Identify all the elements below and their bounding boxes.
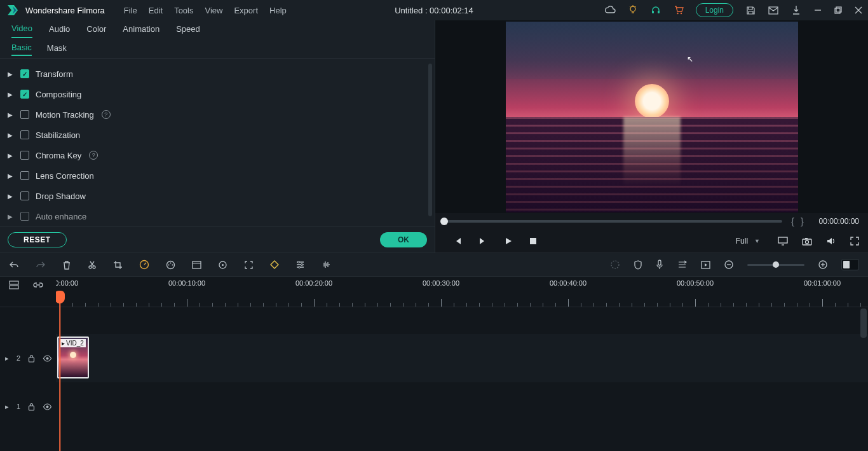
checkbox-chroma-key[interactable] — [20, 151, 29, 160]
checkbox-compositing[interactable]: ✓ — [20, 90, 29, 99]
help-icon[interactable]: ? — [102, 110, 111, 119]
track-headers: ▸2 ▸1 — [0, 277, 56, 451]
save-icon[interactable] — [745, 4, 756, 16]
checkbox-lens-correction[interactable] — [20, 171, 29, 180]
stop-icon[interactable] — [529, 237, 537, 246]
menu-edit[interactable]: Edit — [149, 6, 163, 15]
window-maximize[interactable] — [834, 6, 843, 15]
lock-icon[interactable] — [28, 354, 35, 363]
keyframe-icon[interactable] — [270, 260, 279, 269]
redo-icon[interactable] — [36, 260, 46, 269]
disclosure-icon[interactable]: ▶ — [8, 71, 14, 78]
zoom-slider[interactable] — [747, 264, 804, 266]
step-forward-icon[interactable] — [478, 237, 487, 246]
disclosure-icon[interactable]: ▶ — [8, 213, 14, 220]
checkbox-auto-enhance[interactable] — [20, 212, 29, 221]
tab-animation[interactable]: Animation — [123, 24, 159, 38]
video-track-1[interactable] — [56, 382, 868, 431]
menu-file[interactable]: File — [124, 6, 137, 15]
download-icon[interactable] — [790, 4, 802, 16]
checkbox-stabilization[interactable] — [20, 130, 29, 139]
quality-dropdown[interactable]: Full▼ — [732, 235, 764, 247]
detect-icon[interactable] — [244, 260, 254, 270]
window-minimize[interactable] — [813, 6, 822, 15]
adjust-icon[interactable] — [295, 260, 305, 269]
mix-icon[interactable] — [610, 260, 620, 270]
cart-icon[interactable] — [673, 4, 684, 16]
marker-icon[interactable] — [634, 260, 642, 270]
color-icon[interactable] — [166, 260, 175, 270]
login-button[interactable]: Login — [696, 3, 733, 17]
tracks-area[interactable]: 00:00:00:0000:00:10:0000:00:20:0000:00:3… — [56, 277, 868, 451]
audio-wave-icon[interactable] — [322, 260, 332, 269]
checkbox-motion-tracking[interactable] — [20, 110, 29, 119]
step-back-icon[interactable] — [453, 237, 462, 246]
tab-speed[interactable]: Speed — [176, 24, 200, 38]
timeline-scrollbar[interactable] — [860, 309, 867, 338]
disclosure-icon[interactable]: ▶ — [8, 172, 14, 179]
tab-color[interactable]: Color — [86, 24, 106, 38]
zoom-in-icon[interactable] — [818, 260, 827, 269]
scrub-handle[interactable] — [440, 218, 448, 225]
menu-help[interactable]: Help — [269, 6, 287, 15]
subtab-basic[interactable]: Basic — [11, 43, 32, 56]
video-track-2[interactable]: ▸VID_2 — [56, 334, 868, 382]
time-ruler[interactable]: 00:00:00:0000:00:10:0000:00:20:0000:00:3… — [56, 277, 868, 307]
tab-audio[interactable]: Audio — [49, 24, 70, 38]
menu-tools[interactable]: Tools — [174, 6, 193, 15]
playhead[interactable] — [56, 291, 65, 303]
display-icon[interactable] — [778, 237, 788, 246]
timeline-view-toggle[interactable] — [841, 259, 859, 270]
svg-rect-8 — [658, 11, 660, 13]
disclosure-icon[interactable]: ▶ — [8, 111, 14, 118]
checkbox-transform[interactable]: ✓ — [20, 69, 29, 78]
lock-icon[interactable] — [28, 403, 35, 411]
crop-icon[interactable] — [113, 260, 123, 270]
visibility-icon[interactable] — [43, 355, 52, 362]
menu-export[interactable]: Export — [234, 6, 258, 15]
play-icon[interactable] — [504, 237, 513, 246]
disclosure-icon[interactable]: ▶ — [8, 132, 14, 139]
mark-in-icon[interactable]: { — [791, 216, 801, 226]
cloud-icon[interactable] — [604, 4, 616, 16]
link-icon[interactable] — [33, 281, 43, 289]
tab-video[interactable]: Video — [11, 24, 32, 38]
split-icon[interactable] — [88, 260, 97, 270]
speed-icon[interactable] — [139, 260, 149, 270]
headphones-icon[interactable] — [650, 4, 661, 16]
scrub-timecode: 00:00:00:00 — [819, 217, 859, 226]
render-icon[interactable] — [701, 261, 710, 269]
document-title: Untitled : 00:00:02:14 — [395, 6, 473, 15]
preview-viewer[interactable]: ↖ — [435, 20, 868, 213]
zoom-handle[interactable] — [773, 261, 779, 268]
menu-view[interactable]: View — [205, 6, 222, 15]
audio-mixer-icon[interactable] — [677, 260, 687, 269]
ok-button[interactable]: OK — [380, 232, 427, 247]
fullscreen-icon[interactable] — [850, 237, 859, 246]
help-icon[interactable]: ? — [89, 151, 98, 160]
undo-icon[interactable] — [9, 260, 19, 269]
reset-button[interactable]: RESET — [8, 232, 67, 247]
mail-icon[interactable] — [768, 4, 779, 16]
zoom-out-icon[interactable] — [724, 260, 733, 269]
properties-scrollbar[interactable] — [428, 64, 432, 216]
subtab-mask[interactable]: Mask — [47, 43, 67, 55]
motion-tracking-icon[interactable] — [218, 260, 227, 270]
svg-point-29 — [168, 264, 170, 265]
window-close[interactable] — [854, 6, 863, 15]
disclosure-icon[interactable]: ▶ — [8, 152, 14, 159]
snapshot-icon[interactable] — [802, 237, 812, 246]
visibility-icon[interactable] — [43, 403, 52, 410]
manage-tracks-icon[interactable] — [9, 281, 19, 289]
checkbox-drop-shadow[interactable] — [20, 191, 29, 200]
green-screen-icon[interactable] — [192, 261, 201, 269]
lightbulb-icon[interactable] — [627, 4, 639, 16]
video-clip[interactable]: ▸VID_2 — [57, 337, 89, 378]
disclosure-icon[interactable]: ▶ — [8, 193, 14, 200]
scrub-bar[interactable] — [444, 220, 782, 223]
disclosure-icon[interactable]: ▶ — [8, 91, 14, 98]
delete-icon[interactable] — [62, 260, 71, 270]
record-voice-icon[interactable] — [656, 260, 663, 270]
volume-icon[interactable] — [826, 237, 836, 246]
mark-out-icon[interactable]: } — [801, 216, 810, 226]
